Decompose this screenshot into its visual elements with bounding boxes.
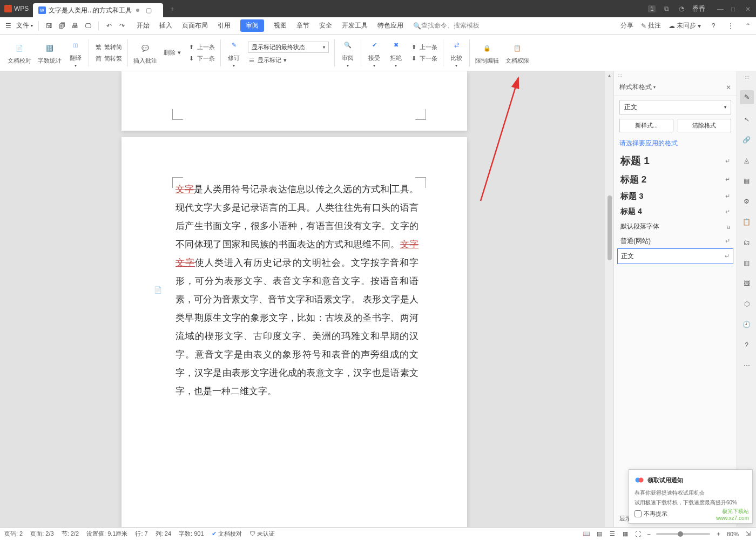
- zoom-out-button[interactable]: −: [647, 531, 651, 537]
- image-strip-icon[interactable]: 🖼: [741, 278, 752, 289]
- view-mode-read-icon[interactable]: 📖: [583, 530, 590, 538]
- maximize-button[interactable]: □: [731, 5, 738, 12]
- compare-button[interactable]: ⇄比较▾: [449, 38, 464, 68]
- scroll-up-icon[interactable]: ▴: [605, 71, 613, 78]
- style-item[interactable]: 正文↵: [617, 248, 733, 264]
- tab-section[interactable]: 章节: [296, 21, 309, 30]
- current-style-dropdown[interactable]: 正文▾: [619, 100, 731, 114]
- vertical-scrollbar[interactable]: ▴: [605, 71, 613, 527]
- more-icon[interactable]: ⋮: [726, 21, 735, 31]
- prev-change-button[interactable]: ⬆上一条: [410, 43, 437, 51]
- user-avatar-icon[interactable]: ◔: [677, 4, 686, 13]
- 3d-strip-icon[interactable]: ⬡: [741, 299, 752, 309]
- minimize-button[interactable]: —: [717, 5, 724, 12]
- checkbox-input[interactable]: [634, 510, 642, 517]
- document-tab[interactable]: W 文字是人类用...的方式和工具 ▢: [33, 3, 163, 17]
- command-search[interactable]: 🔍 查找命令、搜索模板: [413, 21, 480, 30]
- shape-strip-icon[interactable]: ◬: [741, 155, 752, 166]
- redo-icon[interactable]: ↷: [117, 21, 127, 31]
- help-strip-icon[interactable]: ?: [741, 340, 752, 350]
- style-item[interactable]: 普通(网站)↵: [617, 234, 733, 248]
- layout-strip-icon[interactable]: ▥: [741, 258, 752, 268]
- sb-section[interactable]: 节: 2/2: [62, 530, 79, 538]
- share-button[interactable]: 分享: [620, 21, 633, 30]
- notification-badge[interactable]: 1: [648, 5, 656, 12]
- scroll-thumb[interactable]: [608, 195, 612, 260]
- user-name[interactable]: 香香: [692, 4, 705, 14]
- zoom-slider-thumb[interactable]: [678, 531, 683, 537]
- undo-icon[interactable]: ↶: [104, 21, 114, 31]
- panel-toggle-icon[interactable]: ∷: [745, 75, 748, 80]
- document-body[interactable]: 文字是人类用符号记录表达信息以传之久远的方式和工具。现代文字大多是记录语言的工具…: [176, 180, 418, 401]
- accept-button[interactable]: ✔接受▾: [367, 38, 382, 68]
- layers-strip-icon[interactable]: 🗂: [741, 237, 752, 248]
- page-side-icon[interactable]: 📄: [154, 286, 163, 295]
- tab-reference[interactable]: 引用: [218, 21, 231, 30]
- track-display-dropdown[interactable]: 显示标记的最终状态▾: [248, 42, 329, 53]
- track-changes-button[interactable]: ✎修订▾: [226, 38, 241, 68]
- tab-special[interactable]: 特色应用: [377, 21, 403, 30]
- fullscreen-icon[interactable]: ⛶: [634, 530, 642, 538]
- close-button[interactable]: ✕: [745, 5, 752, 12]
- table-strip-icon[interactable]: ▦: [741, 176, 752, 186]
- insert-comment-button[interactable]: 💬插入批注: [133, 40, 157, 65]
- collapse-ribbon-icon[interactable]: ⌃: [743, 21, 753, 31]
- apps-icon[interactable]: ⧉: [662, 4, 671, 13]
- doc-permissions-button[interactable]: 📋文档权限: [505, 40, 529, 65]
- new-tab-button[interactable]: ＋: [168, 5, 176, 12]
- sb-page[interactable]: 页面: 2/3: [30, 530, 53, 538]
- translate-button[interactable]: Ａ̂翻译▾: [68, 38, 83, 68]
- proofing-button[interactable]: 📄文档校对: [8, 40, 31, 65]
- zoom-slider[interactable]: [656, 533, 710, 535]
- save-icon[interactable]: 🖫: [44, 21, 54, 31]
- tab-extra-icon[interactable]: ▢: [145, 6, 152, 14]
- wordcount-button[interactable]: 🔢字数统计: [38, 40, 62, 65]
- view-mode-print-icon[interactable]: ▤: [596, 530, 603, 538]
- tab-security[interactable]: 安全: [319, 21, 332, 30]
- clear-format-button[interactable]: 清除格式: [678, 119, 732, 132]
- tab-view[interactable]: 视图: [274, 21, 287, 30]
- tab-dev-tools[interactable]: 开发工具: [342, 21, 368, 30]
- clipboard-strip-icon[interactable]: 📋: [741, 217, 752, 227]
- new-style-button[interactable]: 新样式...: [619, 119, 673, 132]
- more-strip-icon[interactable]: ⋯: [741, 360, 752, 371]
- restrict-editing-button[interactable]: 🔒限制编辑: [475, 40, 499, 65]
- sb-pageno[interactable]: 页码: 2: [4, 530, 23, 538]
- tab-insert[interactable]: 插入: [159, 21, 172, 30]
- view-mode-web-icon[interactable]: ▦: [622, 530, 629, 538]
- history-strip-icon[interactable]: 🕘: [741, 319, 752, 330]
- panel-close-button[interactable]: ✕: [726, 84, 731, 91]
- reject-button[interactable]: ✖拒绝▾: [388, 38, 403, 68]
- save-as-icon[interactable]: 🗐: [57, 21, 67, 31]
- styles-strip-icon[interactable]: ✎: [740, 90, 754, 104]
- style-item[interactable]: 默认段落字体a: [617, 219, 733, 234]
- print-icon[interactable]: 🖶: [70, 21, 80, 31]
- sb-words[interactable]: 字数: 901: [179, 530, 204, 538]
- tab-page-layout[interactable]: 页面布局: [182, 21, 208, 30]
- hamburger-icon[interactable]: ☰: [3, 21, 13, 31]
- select-strip-icon[interactable]: ↖: [741, 114, 752, 125]
- style-item[interactable]: 标题 2↵: [617, 171, 733, 188]
- review-pane-button[interactable]: 🔍审阅▾: [340, 38, 355, 68]
- simp-to-trad-button[interactable]: 简简转繁: [94, 55, 122, 63]
- sb-proof[interactable]: ✔ 文档校对: [212, 530, 242, 538]
- help-icon[interactable]: ?: [708, 21, 718, 31]
- sb-cert[interactable]: 🛡 未认证: [249, 530, 275, 538]
- expand-icon[interactable]: ⇲: [744, 530, 752, 538]
- next-change-button[interactable]: ⬇下一条: [410, 55, 437, 63]
- annotate-button[interactable]: ✎ 批注: [641, 21, 661, 30]
- tab-start[interactable]: 开始: [137, 21, 150, 30]
- style-item[interactable]: 标题 1↵: [617, 151, 733, 171]
- link-strip-icon[interactable]: 🔗: [741, 134, 752, 145]
- canvas[interactable]: 📄 文字是人类用符号记录表达信息以传之久远的方式和工具。现代文字大多是记录语言的…: [0, 71, 613, 527]
- trad-to-simp-button[interactable]: 繁繁转简: [94, 43, 122, 51]
- style-item[interactable]: 标题 4↵: [617, 204, 733, 219]
- zoom-value[interactable]: 80%: [727, 531, 739, 537]
- show-marks-button[interactable]: ☰显示标记 ▾: [248, 56, 329, 64]
- tab-review[interactable]: 审阅: [240, 19, 264, 32]
- zoom-in-button[interactable]: ＋: [716, 530, 721, 538]
- sync-status[interactable]: ☁ 未同步 ▾: [669, 21, 701, 30]
- app-logo[interactable]: WPS: [0, 0, 33, 17]
- view-mode-outline-icon[interactable]: ☰: [609, 530, 616, 538]
- file-menu[interactable]: 文件 ▾: [16, 21, 33, 30]
